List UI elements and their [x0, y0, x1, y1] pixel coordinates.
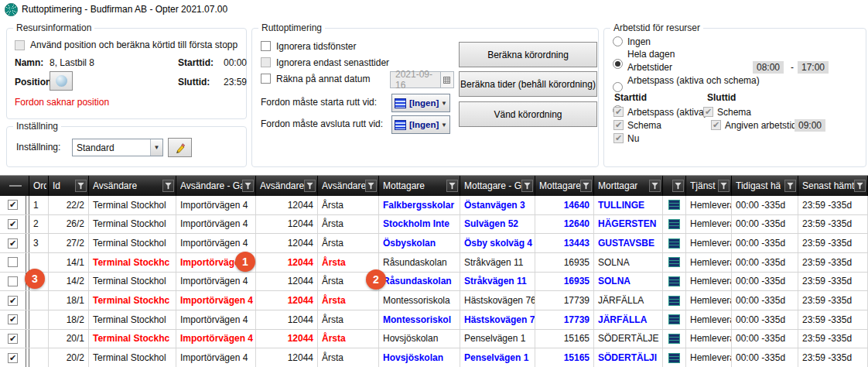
- no-position-warning: Fordon saknar position: [15, 97, 109, 108]
- cell-id: 18/2: [49, 310, 89, 329]
- cell-tidigast: 00:00 -335d: [732, 348, 798, 367]
- column-header-label: Avsändare: [322, 180, 365, 191]
- starta-rutt-select[interactable]: [Ingen] ▼: [391, 94, 450, 112]
- table-row[interactable]: 14/1Terminal StockhcImportörvägen 412044…: [0, 253, 868, 273]
- table-row[interactable]: ✔18/1Terminal StockhcImportörvägen 41204…: [0, 291, 868, 310]
- filter-icon[interactable]: [162, 180, 174, 192]
- route-list-icon[interactable]: [668, 353, 680, 363]
- radio-ingen-label: Ingen: [627, 36, 651, 47]
- cell-avs_gata: Importörvägen 4: [176, 310, 256, 329]
- filter-icon[interactable]: [854, 180, 866, 192]
- table-row[interactable]: ✔18/2Terminal StockholImportörvägen 4120…: [0, 310, 868, 330]
- filter-icon[interactable]: [649, 180, 661, 192]
- rakna-annat-datum-checkbox[interactable]: [261, 74, 271, 84]
- column-header-tidigast[interactable]: Tidigast hä: [732, 176, 798, 196]
- filter-icon[interactable]: [672, 180, 684, 192]
- cell-tidigast: 00:00 -335d: [732, 273, 798, 291]
- filter-icon[interactable]: [365, 180, 377, 192]
- cell-avs_postnr: 12044: [256, 310, 318, 329]
- table-row[interactable]: ✔226/2Terminal StockholImportörvägen 412…: [0, 215, 868, 235]
- filter-icon[interactable]: [521, 180, 533, 192]
- cell-ordr: [29, 348, 49, 367]
- cell-icon: [663, 310, 686, 329]
- column-header-ordr[interactable]: Ordr: [29, 176, 49, 196]
- radio-ingen[interactable]: [613, 36, 623, 46]
- route-list-icon[interactable]: [668, 219, 680, 229]
- cell-avs_postnr: 12044: [256, 348, 318, 367]
- filter-icon[interactable]: [580, 180, 592, 192]
- cell-avs_ort: Årsta: [318, 253, 379, 272]
- column-header-mot_postnr[interactable]: Mottagare: [535, 176, 594, 196]
- column-header-mot_namn[interactable]: Mottagare: [379, 176, 460, 196]
- row-checkbox[interactable]: ✔: [8, 238, 18, 249]
- route-list-icon[interactable]: [668, 276, 680, 286]
- row-checkbox[interactable]: ✔: [8, 314, 18, 324]
- row-checkbox[interactable]: ✔: [8, 219, 18, 229]
- cell-mot_gata: Penselvägen 1: [460, 330, 535, 348]
- cell-avs_gata: Importörvägen 4: [176, 273, 256, 291]
- column-header-avs_ort[interactable]: Avsändare: [318, 176, 379, 196]
- position-button[interactable]: [50, 71, 73, 91]
- table-row[interactable]: ✔20/1Terminal StockhcImportörvägen 41204…: [0, 330, 868, 349]
- route-list-icon[interactable]: [668, 238, 680, 249]
- installning-select[interactable]: Standard ▼: [72, 139, 163, 156]
- avsluta-rutt-select[interactable]: [Ingen] ▼: [391, 115, 450, 134]
- arbetstid-from-field: 08:00: [753, 61, 784, 74]
- vand-korordning-button[interactable]: Vänd körordning: [459, 101, 597, 127]
- column-header-senast[interactable]: Senast hämtl: [798, 176, 868, 196]
- filter-icon[interactable]: [242, 180, 254, 192]
- column-header-id[interactable]: Id: [49, 176, 89, 196]
- column-header-avs_postnr[interactable]: Avsändare: [256, 176, 318, 196]
- column-header-mot_gata[interactable]: Mottagare - G: [460, 176, 535, 196]
- ignorera-tidsfonster-checkbox[interactable]: [261, 41, 271, 51]
- radio-arbetstider-label: Arbetstider: [627, 62, 672, 73]
- column-header-avs_namn[interactable]: Avsändare: [89, 176, 176, 196]
- annotation-circle-1: 1: [235, 252, 255, 272]
- cell-avs_namn: Terminal Stockhol: [89, 310, 176, 329]
- cell-tjanst: Hemleverans: [686, 310, 732, 329]
- cell-mot_postnr: 15165: [535, 330, 594, 348]
- group-resursinformation: Resursinformation Använd position och be…: [6, 28, 247, 119]
- column-header-tjanst[interactable]: Tjänst: [686, 176, 732, 196]
- berakna-korordning-button[interactable]: Beräkna körordning: [459, 42, 597, 67]
- column-header-label: Ordr: [33, 180, 46, 191]
- arbetspass-aktiva-label: Arbetspass (aktiva): [627, 107, 707, 118]
- table-row[interactable]: ✔122/2Terminal StockholImportörvägen 412…: [0, 196, 868, 215]
- row-checkbox[interactable]: ✔: [8, 296, 18, 306]
- installning-label: Inställning:: [16, 142, 60, 153]
- cell-chk: ✔: [0, 234, 26, 252]
- row-checkbox[interactable]: ✔: [8, 200, 18, 210]
- column-header-mot_ort[interactable]: Morttagar: [594, 176, 663, 196]
- filter-icon[interactable]: [75, 180, 87, 192]
- table-row[interactable]: ✔327/2Terminal StockholImportörvägen 412…: [0, 234, 868, 253]
- filter-icon[interactable]: [304, 180, 316, 192]
- cell-mot_namn: Stockholm Inte: [379, 215, 460, 234]
- filter-icon[interactable]: [718, 180, 730, 192]
- route-list-icon[interactable]: [668, 314, 680, 324]
- row-checkbox[interactable]: ✔: [8, 353, 18, 363]
- filter-icon[interactable]: [784, 180, 796, 192]
- cell-id: 20/2: [49, 348, 89, 367]
- row-checkbox[interactable]: ✔: [8, 334, 18, 344]
- edit-installning-button[interactable]: [168, 138, 192, 157]
- route-list-icon[interactable]: [668, 334, 680, 344]
- table-row[interactable]: ✔20/2Terminal StockholImportörvägen 4120…: [0, 348, 868, 367]
- row-checkbox[interactable]: [8, 257, 18, 267]
- table-row[interactable]: 14/2Terminal StockholImportörvägen 41204…: [0, 273, 868, 292]
- column-header-icon[interactable]: [663, 176, 686, 196]
- column-header-avs_gata[interactable]: Avsändare - Gat: [176, 176, 256, 196]
- sluttid-value: 23:59: [224, 77, 247, 87]
- route-list-icon[interactable]: [668, 200, 680, 210]
- route-list-icon[interactable]: [668, 257, 680, 267]
- berakna-tider-button[interactable]: Beräkna tider (behåll körordning): [459, 71, 597, 97]
- cell-ordr: [29, 291, 49, 310]
- row-checkbox[interactable]: [8, 276, 18, 286]
- cell-icon: [663, 253, 686, 272]
- filter-icon[interactable]: [446, 180, 458, 192]
- cell-avs_gata: Importörvägen 4: [176, 196, 256, 214]
- avsluta-rutt-value: [Ingen]: [409, 120, 439, 129]
- radio-hela-dagen[interactable]: [613, 59, 623, 69]
- route-list-icon[interactable]: [668, 296, 680, 306]
- radio-arbetstider[interactable]: [613, 82, 623, 92]
- schema-slut-label: Schema: [717, 107, 751, 118]
